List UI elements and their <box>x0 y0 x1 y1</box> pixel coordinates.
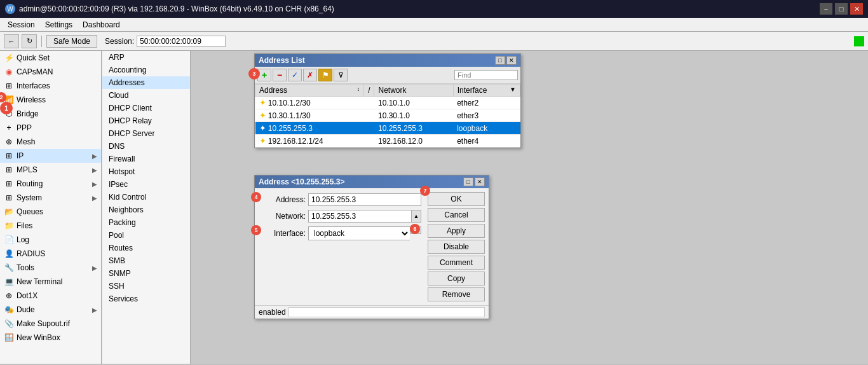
sidebar-item-mpls[interactable]: ⊞ MPLS ▶ <box>0 163 101 177</box>
sidebar-item-make-supout[interactable]: 📎 Make Supout.rif <box>0 317 101 331</box>
sidebar-item-radius[interactable]: 👤 RADIUS <box>0 247 101 261</box>
interface-dropdown-btn[interactable]: ▼ <box>410 226 421 234</box>
col-slash[interactable]: / <box>364 85 374 97</box>
cancel-button[interactable]: Cancel <box>428 208 485 222</box>
maximize-button[interactable]: □ <box>835 3 848 15</box>
submenu-snmp[interactable]: SNMP <box>102 267 190 280</box>
addr-detail-close-btn[interactable]: ✕ <box>475 177 485 186</box>
find-input[interactable] <box>454 70 518 80</box>
col-address[interactable]: Address↕ <box>255 85 364 97</box>
submenu-dhcp-server[interactable]: DHCP Server <box>102 127 190 140</box>
refresh-button[interactable]: ↻ <box>22 34 37 48</box>
submenu-neighbors[interactable]: Neighbors <box>102 203 190 216</box>
addr-detail-titlebar[interactable]: Address <10.255.255.3> □ ✕ <box>255 176 489 188</box>
sidebar-item-routing[interactable]: ⊞ Routing ▶ <box>0 177 101 191</box>
submenu-ssh[interactable]: SSH <box>102 280 190 293</box>
addr-list-minimize-btn[interactable]: □ <box>495 56 505 65</box>
sidebar-item-files[interactable]: 📁 Files <box>0 219 101 233</box>
enable-address-btn[interactable]: ✓ <box>288 69 302 81</box>
minimize-button[interactable]: − <box>820 3 832 15</box>
sidebar-item-queues[interactable]: 📂 Queues <box>0 205 101 219</box>
remove-button[interactable]: Remove <box>428 287 485 301</box>
safe-mode-button[interactable]: Safe Mode <box>46 35 97 48</box>
apply-button[interactable]: Apply <box>428 224 485 238</box>
sidebar-item-tools[interactable]: 🔧 Tools ▶ <box>0 261 101 275</box>
network-input-group: ▲ <box>308 210 421 223</box>
sidebar-item-dot1x[interactable]: ⊕ Dot1X <box>0 289 101 303</box>
sidebar-item-interfaces[interactable]: ⊞ Interfaces <box>0 79 101 93</box>
submenu-cloud[interactable]: Cloud <box>102 89 190 102</box>
copy-button[interactable]: Copy <box>428 272 485 286</box>
submenu-accounting[interactable]: Accounting <box>102 64 190 76</box>
remove-address-btn[interactable]: − <box>273 69 287 81</box>
submenu-dns[interactable]: DNS <box>102 140 190 153</box>
submenu-services[interactable]: Services <box>102 293 190 305</box>
submenu-ipsec[interactable]: IPsec <box>102 178 190 191</box>
flag-address-btn[interactable]: ⚑ <box>318 69 332 81</box>
network-field[interactable] <box>308 210 411 223</box>
menu-session[interactable]: Session <box>3 19 40 31</box>
mesh-icon: ⊕ <box>4 137 14 147</box>
submenu-pool[interactable]: Pool <box>102 229 190 242</box>
submenu-kid-control[interactable]: Kid Control <box>102 191 190 203</box>
ok-button[interactable]: OK <box>428 192 485 206</box>
addr-cell: ✦ 10.10.1.2/30 <box>255 97 364 109</box>
supout-icon: 📎 <box>4 319 14 329</box>
addr-cell: ✦ 10.30.1.1/30 <box>255 109 364 122</box>
sidebar-item-wireless[interactable]: 2 📶 Wireless <box>0 93 101 107</box>
interface-dropdown[interactable]: loopback ether2 ether3 ether4 <box>308 226 410 240</box>
sidebar-item-system[interactable]: ⊞ System ▶ <box>0 191 101 205</box>
filter-btn[interactable]: ⊽ <box>334 69 348 81</box>
addr-list-close-btn[interactable]: ✕ <box>506 56 517 65</box>
session-input[interactable] <box>137 36 226 47</box>
sidebar-item-capsman[interactable]: ◉ CAPsMAN <box>0 65 101 79</box>
menu-settings[interactable]: Settings <box>40 19 78 31</box>
table-row[interactable]: ✦ 10.30.1.1/30 10.30.1.0 ether3 <box>255 109 520 122</box>
sidebar-item-log[interactable]: 📄 Log <box>0 233 101 247</box>
sidebar-label-wireless: Wireless <box>17 95 46 104</box>
sidebar-item-ip[interactable]: ⊞ IP ▶ <box>0 149 101 163</box>
interface-cell: ether3 <box>453 109 520 122</box>
table-row[interactable]: ✦ 10.255.255.3 10.255.255.3 loopback <box>255 122 520 135</box>
submenu-smb[interactable]: SMB <box>102 254 190 267</box>
col-interface[interactable]: Interface▼ <box>453 85 520 97</box>
sidebar-item-ppp[interactable]: + PPP <box>0 121 101 135</box>
sidebar-item-dude[interactable]: 🎭 Dude ▶ <box>0 303 101 317</box>
sidebar-item-new-winbox[interactable]: 🪟 New WinBox <box>0 331 101 345</box>
submenu-routes[interactable]: Routes <box>102 242 190 254</box>
sidebar-item-new-terminal[interactable]: 💻 New Terminal <box>0 275 101 289</box>
submenu-arp[interactable]: ARP <box>102 51 190 64</box>
address-list-titlebar[interactable]: Address List □ ✕ <box>255 54 520 67</box>
submenu-firewall[interactable]: Firewall <box>102 153 190 165</box>
address-row: 4 Address: <box>261 193 421 206</box>
interface-cell-selected: loopback <box>453 122 520 135</box>
addr-detail-minimize-btn[interactable]: □ <box>463 177 473 186</box>
submenu-packing[interactable]: Packing <box>102 216 190 229</box>
disable-button[interactable]: Disable <box>428 240 485 254</box>
submenu-dhcp-relay[interactable]: DHCP Relay <box>102 114 190 127</box>
interface-row: 5 Interface: loopback ether2 ether3 ethe… <box>261 226 421 240</box>
sidebar: 1 ⚡ Quick Set ◉ CAPsMAN ⊞ Interfaces 2 📶… <box>0 51 102 364</box>
sidebar-label-radius: RADIUS <box>17 249 45 258</box>
submenu-dhcp-client[interactable]: DHCP Client <box>102 102 190 114</box>
table-row[interactable]: ✦ 10.10.1.2/30 10.10.1.0 ether2 <box>255 97 520 109</box>
col-network[interactable]: Network <box>374 85 453 97</box>
disable-address-btn[interactable]: ✗ <box>303 69 317 81</box>
close-button[interactable]: ✕ <box>850 3 863 15</box>
submenu-addresses[interactable]: Addresses <box>102 76 190 89</box>
menu-dashboard[interactable]: Dashboard <box>78 19 125 31</box>
address-label: Address: <box>261 195 306 204</box>
comment-button[interactable]: Comment <box>428 256 485 270</box>
sidebar-item-quickset[interactable]: ⚡ Quick Set <box>0 51 101 65</box>
sidebar-item-mesh[interactable]: ⊕ Mesh <box>0 135 101 149</box>
back-button[interactable]: ← <box>4 34 19 48</box>
network-up-btn[interactable]: ▲ <box>411 210 421 223</box>
sidebar-item-bridge[interactable]: ⬡ Bridge <box>0 107 101 121</box>
slash-cell <box>364 135 374 148</box>
sidebar-label-new-terminal: New Terminal <box>17 277 62 286</box>
table-row[interactable]: ✦ 192.168.12.1/24 192.168.12.0 ether4 <box>255 135 520 148</box>
submenu-hotspot[interactable]: Hotspot <box>102 165 190 178</box>
add-address-btn[interactable]: + <box>257 69 271 81</box>
status-input[interactable] <box>288 307 485 317</box>
address-field[interactable] <box>308 193 421 206</box>
